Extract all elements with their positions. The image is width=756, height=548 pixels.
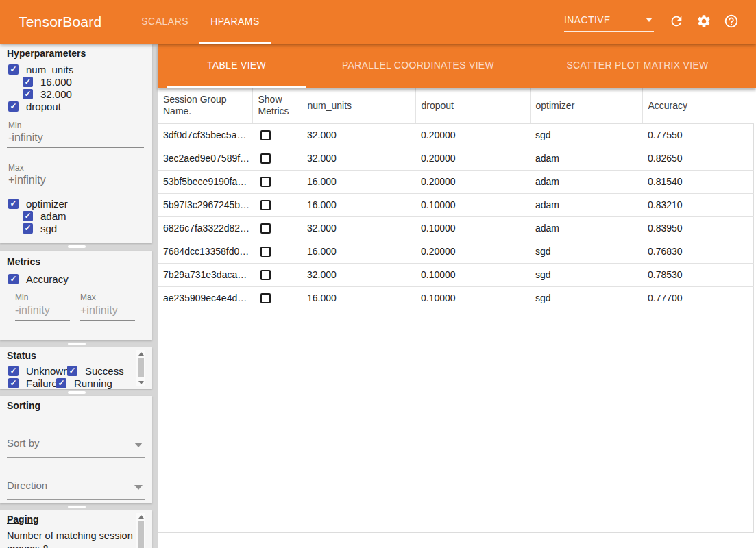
- pane-splitter[interactable]: [0, 503, 152, 510]
- optimizer-label: optimizer: [26, 198, 68, 210]
- dropout-checkbox[interactable]: ✓: [8, 101, 19, 112]
- table-row: 3df0d7cf35bec5a…32.0000.20000sgd0.77550: [158, 123, 754, 147]
- session-group-name-cell: 3ec2aed9e07589f…: [158, 147, 252, 170]
- paging-heading: Paging: [7, 514, 39, 525]
- sorting-heading: Sorting: [7, 400, 40, 411]
- scroll-up-icon[interactable]: [138, 352, 144, 356]
- tab-hparams[interactable]: HPARAMS: [199, 0, 271, 44]
- show-metrics-checkbox[interactable]: [260, 223, 271, 234]
- scrollbar-thumb[interactable]: [138, 358, 144, 377]
- num-units-cell: 16.000: [302, 286, 415, 310]
- show-metrics-checkbox[interactable]: [260, 247, 271, 257]
- appbar-controls: INACTIVE: [564, 12, 746, 32]
- metrics-min-input[interactable]: [15, 304, 69, 316]
- sgd-checkbox[interactable]: ✓: [23, 223, 33, 234]
- dropout-label: dropout: [26, 101, 61, 112]
- dropout-cell: 0.10000: [415, 263, 530, 286]
- pane-splitter[interactable]: [0, 389, 152, 396]
- paging-scrollbar[interactable]: [136, 513, 145, 548]
- show-metrics-checkbox[interactable]: [260, 177, 271, 187]
- status-running-checkbox[interactable]: ✓: [56, 378, 66, 388]
- adam-checkbox[interactable]: ✓: [23, 211, 33, 221]
- dropout-cell: 0.20000: [415, 170, 530, 193]
- col-dropout[interactable]: dropout: [415, 88, 530, 123]
- checkbox-row-optimizer: ✓ optimizer: [8, 198, 68, 210]
- table-row: 7684dcc13358fd0…16.0000.20000sgd0.76830: [158, 240, 754, 263]
- session-group-name-cell: 3df0d7cf35bec5a…: [158, 123, 252, 147]
- status-failure-checkbox[interactable]: ✓: [8, 378, 19, 388]
- session-group-name-cell: 53bf5bece9190fa…: [158, 170, 252, 193]
- session-group-name-cell: 7684dcc13358fd0…: [158, 240, 252, 263]
- show-metrics-cell: [252, 170, 302, 193]
- show-metrics-checkbox[interactable]: [260, 130, 271, 140]
- num-units-cell: 32.000: [302, 123, 415, 147]
- show-metrics-checkbox[interactable]: [260, 293, 271, 303]
- scroll-down-icon[interactable]: [138, 381, 144, 384]
- num-units-cell: 16.000: [302, 170, 415, 193]
- checkbox-row-num-units: ✓ num_units: [8, 64, 73, 75]
- status-running-label: Running: [74, 377, 112, 389]
- metrics-max-underline: [80, 320, 135, 321]
- tab-scalars[interactable]: SCALARS: [130, 0, 199, 44]
- col-num-units[interactable]: num_units: [302, 88, 415, 123]
- col-optimizer[interactable]: optimizer: [530, 88, 642, 123]
- num-units-16-checkbox[interactable]: ✓: [23, 77, 33, 87]
- table-row: 53bf5bece9190fa…16.0000.20000adam0.81540: [158, 170, 754, 193]
- sort-by-underline: [7, 457, 145, 458]
- accuracy-cell: 0.81540: [642, 170, 754, 193]
- hparams-max-input[interactable]: [8, 174, 143, 186]
- status-failure-label: Failure: [26, 377, 58, 389]
- show-metrics-cell: [252, 263, 302, 286]
- accuracy-checkbox[interactable]: ✓: [8, 274, 19, 284]
- tab-parallel-coordinates-view[interactable]: PARALLEL COORDINATES VIEW: [306, 44, 530, 88]
- help-icon[interactable]: [724, 14, 740, 30]
- show-metrics-cell: [252, 147, 302, 170]
- table-row: ae235909ec4e4d…16.0000.10000sgd0.77700: [158, 286, 754, 310]
- pane-splitter[interactable]: [0, 340, 152, 347]
- scroll-up-icon[interactable]: [138, 515, 144, 519]
- hyperparameters-heading: Hyperparameters: [7, 48, 86, 59]
- optimizer-cell: adam: [530, 147, 642, 170]
- settings-gear-icon[interactable]: [696, 14, 713, 30]
- chevron-down-icon: [134, 443, 143, 447]
- num-units-16-label: 16.000: [40, 76, 72, 88]
- tab-table-view[interactable]: TABLE VIEW: [167, 44, 306, 88]
- status-scrollbar[interactable]: [136, 350, 145, 386]
- pane-splitter[interactable]: [0, 243, 152, 251]
- num-units-label: num_units: [26, 64, 73, 75]
- checkbox-row-accuracy: ✓ Accuracy: [8, 273, 69, 285]
- refresh-icon[interactable]: [669, 14, 685, 30]
- hparams-min-input[interactable]: [8, 132, 143, 144]
- metrics-min-label: Min: [15, 292, 28, 302]
- optimizer-checkbox[interactable]: ✓: [8, 199, 19, 209]
- status-unknown-checkbox[interactable]: ✓: [8, 366, 19, 376]
- session-group-name-cell: 6826c7fa3322d82…: [158, 216, 252, 240]
- num-units-checkbox[interactable]: ✓: [8, 64, 19, 75]
- status-heading: Status: [7, 350, 36, 361]
- scrollbar-thumb[interactable]: [138, 521, 144, 548]
- col-accuracy[interactable]: Accuracy: [642, 88, 754, 123]
- num-units-32-checkbox[interactable]: ✓: [23, 89, 33, 99]
- col-session-group-name[interactable]: Session Group Name.: [158, 88, 252, 123]
- checkbox-row-unknown: ✓ Unknown: [8, 365, 69, 377]
- accuracy-cell: 0.82650: [642, 147, 754, 170]
- accuracy-cell: 0.76830: [642, 240, 754, 263]
- dropout-cell: 0.20000: [415, 147, 530, 170]
- col-show-metrics[interactable]: Show Metrics: [252, 88, 302, 123]
- reload-status-dropdown[interactable]: INACTIVE: [564, 12, 654, 32]
- accuracy-cell: 0.77700: [642, 286, 754, 310]
- hparams-min-label: Min: [8, 121, 21, 130]
- show-metrics-checkbox[interactable]: [260, 153, 271, 164]
- metrics-min-underline: [15, 320, 70, 321]
- metrics-max-input[interactable]: [80, 304, 134, 316]
- direction-dropdown[interactable]: Direction: [7, 480, 144, 496]
- checkbox-row-sgd: ✓ sgd: [23, 223, 57, 234]
- status-success-checkbox[interactable]: ✓: [67, 366, 77, 376]
- table-row: 6826c7fa3322d82…32.0000.10000adam0.83950: [158, 216, 754, 240]
- show-metrics-checkbox[interactable]: [260, 200, 271, 210]
- sort-by-dropdown[interactable]: Sort by: [7, 437, 144, 453]
- tab-scatter-plot-matrix-view[interactable]: SCATTER PLOT MATRIX VIEW: [530, 44, 745, 88]
- session-group-name-cell: 5b97f3c2967245b…: [158, 193, 252, 216]
- show-metrics-checkbox[interactable]: [260, 270, 271, 280]
- view-tabs: TABLE VIEW PARALLEL COORDINATES VIEW SCA…: [158, 44, 756, 88]
